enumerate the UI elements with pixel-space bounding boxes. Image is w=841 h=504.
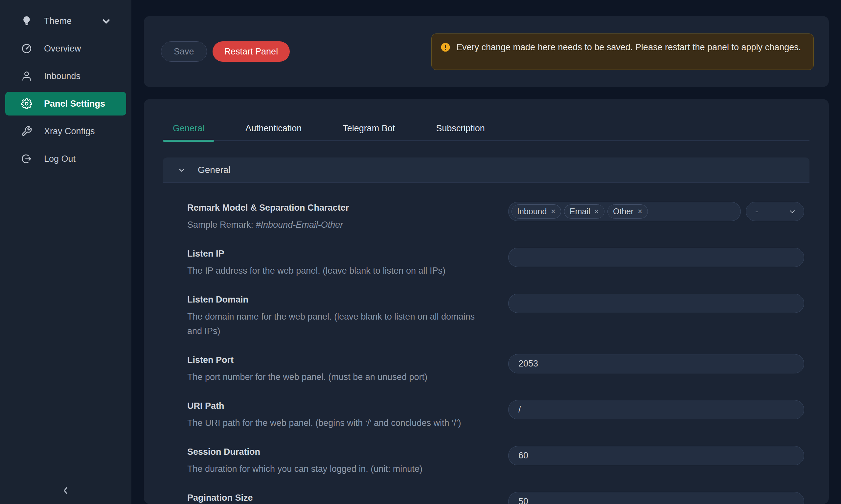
field-row-remark-model: Remark Model & Separation Character Samp…: [187, 202, 804, 232]
alert-text: Every change made here needs to be saved…: [456, 40, 801, 54]
sidebar-item-label: Log Out: [44, 154, 75, 164]
remove-tag-icon[interactable]: ×: [551, 208, 555, 216]
wrench-icon: [21, 126, 32, 137]
sidebar-item-xray-configs[interactable]: Xray Configs: [5, 120, 126, 143]
tag-chip: Email ×: [564, 204, 604, 218]
chevron-down-icon: [101, 15, 112, 26]
field-row-uri-path: URI Path The URI path for the web panel.…: [187, 400, 804, 430]
listen-ip-input[interactable]: [508, 248, 804, 267]
sidebar-item-overview[interactable]: Overview: [5, 37, 126, 60]
restart-warning-alert: Every change made here needs to be saved…: [431, 34, 814, 70]
field-row-pagination-size: Pagination Size: [187, 492, 804, 504]
remove-tag-icon[interactable]: ×: [638, 208, 642, 216]
theme-selector[interactable]: Theme: [5, 9, 126, 33]
panel-settings-card: General Authentication Telegram Bot Subs…: [144, 99, 829, 504]
tab-telegram-bot[interactable]: Telegram Bot: [333, 116, 405, 141]
tab-authentication[interactable]: Authentication: [236, 116, 311, 141]
field-label: Listen IP: [187, 248, 495, 259]
restart-panel-button[interactable]: Restart Panel: [212, 41, 290, 62]
tag-label: Inbound: [517, 207, 547, 216]
tag-chip: Inbound ×: [512, 204, 561, 218]
field-description: The URI path for the web panel. (begins …: [187, 416, 476, 430]
general-section-header[interactable]: General: [163, 158, 809, 183]
field-description: The domain name for the web panel. (leav…: [187, 309, 476, 338]
pagination-size-input[interactable]: [508, 492, 804, 504]
tag-chip: Other ×: [607, 204, 648, 218]
session-duration-input[interactable]: [508, 446, 804, 465]
sidebar-item-label: Xray Configs: [44, 126, 95, 137]
sidebar-collapse-button[interactable]: [0, 486, 132, 496]
sidebar-item-log-out[interactable]: Log Out: [5, 147, 126, 170]
field-row-session-duration: Session Duration The duration for which …: [187, 446, 804, 476]
settings-tabs: General Authentication Telegram Bot Subs…: [163, 116, 809, 141]
toolbar-card: Save Restart Panel Every change made her…: [144, 16, 829, 87]
tab-general[interactable]: General: [163, 116, 214, 141]
theme-label: Theme: [44, 16, 72, 26]
field-label: Listen Domain: [187, 294, 495, 305]
select-value: -: [755, 206, 758, 217]
field-label: URI Path: [187, 400, 495, 412]
lightbulb-icon: [21, 15, 32, 26]
field-description: Sample Remark: #Inbound-Email-Other: [187, 218, 476, 232]
remove-tag-icon[interactable]: ×: [594, 208, 599, 216]
section-title: General: [198, 165, 230, 175]
field-label: Listen Port: [187, 354, 495, 366]
chevron-down-icon: [177, 166, 186, 174]
sidebar-item-label: Overview: [44, 43, 81, 54]
sidebar-item-label: Inbounds: [44, 71, 81, 82]
field-label: Remark Model & Separation Character: [187, 202, 495, 214]
sidebar-item-inbounds[interactable]: Inbounds: [5, 64, 126, 88]
uri-path-input[interactable]: [508, 400, 804, 419]
separator-character-select[interactable]: -: [746, 202, 804, 221]
field-description: The port number for the web panel. (must…: [187, 370, 476, 384]
sample-remark: #Inbound-Email-Other: [256, 220, 343, 230]
field-label: Pagination Size: [187, 492, 495, 504]
field-label: Session Duration: [187, 446, 495, 458]
save-button[interactable]: Save: [161, 41, 207, 62]
general-form: Remark Model & Separation Character Samp…: [163, 183, 809, 504]
sidebar-item-panel-settings[interactable]: Panel Settings: [5, 92, 126, 115]
sidebar: Theme Overview Inbounds Panel Settings X…: [0, 0, 132, 504]
tab-subscription[interactable]: Subscription: [426, 116, 495, 141]
tag-label: Other: [613, 207, 634, 216]
chevron-down-icon: [789, 208, 796, 215]
gauge-icon: [21, 43, 32, 54]
logout-icon: [21, 153, 32, 164]
field-description: The duration for which you can stay logg…: [187, 462, 476, 476]
listen-domain-input[interactable]: [508, 294, 804, 313]
field-row-listen-ip: Listen IP The IP address for the web pan…: [187, 248, 804, 278]
tag-label: Email: [570, 207, 590, 216]
remark-model-tags-input[interactable]: Inbound × Email × Other ×: [508, 202, 741, 221]
field-description: The IP address for the web panel. (leave…: [187, 264, 476, 278]
main-content: Save Restart Panel Every change made her…: [132, 0, 841, 504]
user-icon: [21, 71, 32, 82]
gear-icon: [21, 98, 32, 109]
field-row-listen-domain: Listen Domain The domain name for the we…: [187, 294, 804, 338]
chevron-left-icon: [61, 486, 71, 496]
listen-port-input[interactable]: [508, 354, 804, 373]
warning-icon: [440, 42, 451, 53]
sidebar-item-label: Panel Settings: [44, 99, 105, 109]
field-row-listen-port: Listen Port The port number for the web …: [187, 354, 804, 384]
